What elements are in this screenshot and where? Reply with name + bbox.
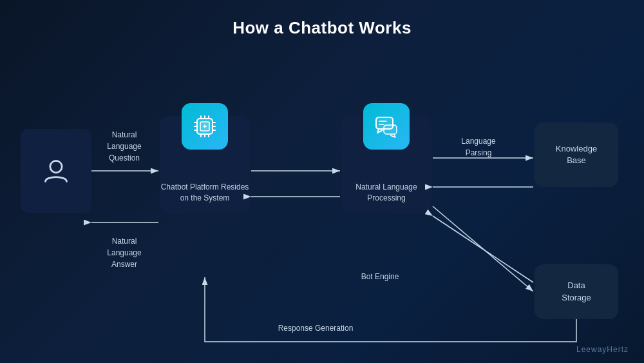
user-box [21, 129, 91, 213]
watermark: LeewayHertz [576, 345, 629, 354]
bot-engine-label: Bot Engine [341, 271, 419, 282]
chatbot-icon-wrapper [182, 103, 228, 150]
data-storage-box: DataStorage [535, 264, 618, 319]
data-storage-label: DataStorage [562, 280, 591, 303]
diagram: Chatbot Platform Resides on the System N… [0, 52, 644, 363]
chip-icon [191, 112, 219, 141]
chatbot-platform-label: Chatbot Platform Resides on the System [160, 182, 250, 204]
svg-line-30 [433, 216, 533, 282]
knowledge-base-label: KnowledgeBase [556, 143, 597, 166]
chat-icon [372, 112, 401, 141]
language-parsing-label: LanguageParsing [446, 135, 511, 159]
user-icon [42, 157, 70, 185]
chatbot-platform-box: Chatbot Platform Resides on the System [160, 116, 250, 213]
response-generation-label: Response Generation [251, 322, 380, 334]
nlp-icon-wrapper [363, 103, 410, 150]
svg-point-0 [50, 161, 62, 172]
svg-rect-18 [384, 125, 397, 134]
nla-label: NaturalLanguageAnswer [95, 235, 153, 270]
page-title: How a Chatbot Works [0, 0, 644, 38]
svg-line-29 [433, 206, 533, 291]
nlp-box: Natural Language Processing [341, 116, 431, 213]
nlp-label: Natural Language Processing [341, 182, 431, 204]
nlq-label: NaturalLanguageQuestion [95, 129, 153, 164]
knowledge-base-box: KnowledgeBase [535, 123, 618, 187]
